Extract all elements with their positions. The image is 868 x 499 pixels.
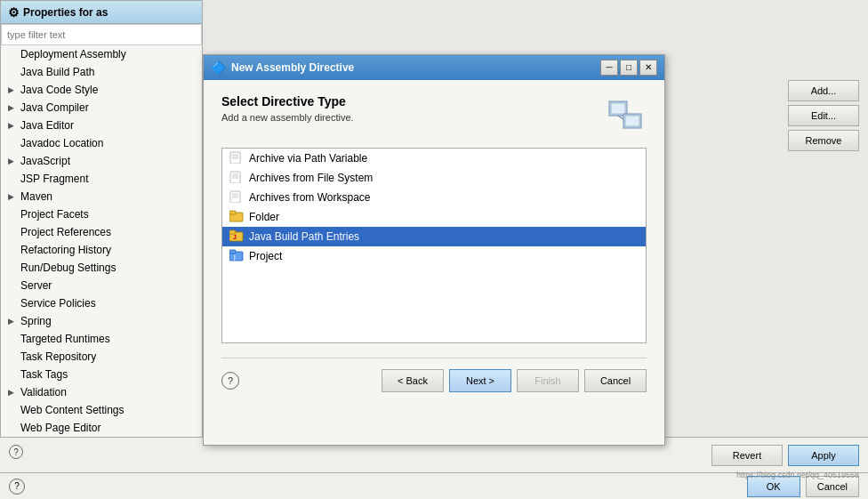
directive-item-archive-path-var[interactable]: Archive via Path Variable [222,149,646,168]
dialog-minimize-button[interactable]: ─ [600,60,618,76]
directive-item-folder[interactable]: Folder [222,207,646,227]
dialog-title-icon: 🔷 [211,60,226,75]
directive-icon: j [229,249,244,263]
dialog-subtext: Add a new assembly directive. [221,112,354,123]
dialog-heading: Select Directive Type [221,94,354,109]
directive-list: Archive via Path VariableArchives from F… [221,148,647,343]
svg-line-4 [618,116,623,119]
next-button[interactable]: Next > [449,369,511,392]
finish-button[interactable]: Finish [517,369,579,392]
svg-rect-1 [611,103,625,114]
svg-rect-18 [229,211,236,214]
directive-item-archives-file-system[interactable]: Archives from File System [222,168,646,188]
dialog-titlebar: 🔷 New Assembly Directive ─ □ ✕ [204,55,664,80]
directive-icon [229,210,244,224]
directive-item-archives-workspace[interactable]: Archives from Workspace [222,188,646,207]
directive-label: Project [249,250,282,262]
dialog-help-button[interactable]: ? [221,372,239,390]
dialog-content: Select Directive Type Add a new assembly… [204,80,664,406]
back-button[interactable]: < Back [382,369,444,392]
dialog-action-buttons: < Back Next > Finish Cancel [382,369,647,392]
directive-label: Archives from File System [249,172,373,184]
directive-label: Archives from Workspace [249,191,370,204]
dialog-title-text: New Assembly Directive [231,61,354,74]
svg-text:J: J [233,234,237,240]
dialog-maximize-button[interactable]: □ [620,60,638,76]
svg-rect-3 [625,116,639,126]
directive-icon [229,171,244,185]
main-window: ⚙ Properties for as Deployment AssemblyJ… [0,0,868,499]
directive-item-java-build-path-entries[interactable]: JJava Build Path Entries [222,227,646,246]
directive-icon [229,151,244,165]
directive-icon [229,190,244,205]
assembly-directive-dialog: 🔷 New Assembly Directive ─ □ ✕ Select Di… [203,54,665,446]
directive-label: Java Build Path Entries [249,230,359,243]
dialog-overlay: 🔷 New Assembly Directive ─ □ ✕ Select Di… [0,0,868,499]
dialog-header: Select Directive Type Add a new assembly… [221,94,647,137]
directive-icon: J [229,229,244,244]
dialog-footer: ? < Back Next > Finish Cancel [221,358,647,392]
dialog-close-button[interactable]: ✕ [639,60,657,76]
dialog-window-controls: ─ □ ✕ [600,60,657,76]
cancel-button[interactable]: Cancel [584,369,647,392]
svg-text:j: j [233,253,236,261]
directive-label: Folder [249,211,279,223]
directive-label: Archive via Path Variable [249,152,367,165]
directive-item-project[interactable]: jProject [222,246,646,266]
dialog-header-text: Select Directive Type Add a new assembly… [221,94,354,123]
dialog-title-area: 🔷 New Assembly Directive [211,60,354,75]
dialog-header-icon [604,94,647,137]
